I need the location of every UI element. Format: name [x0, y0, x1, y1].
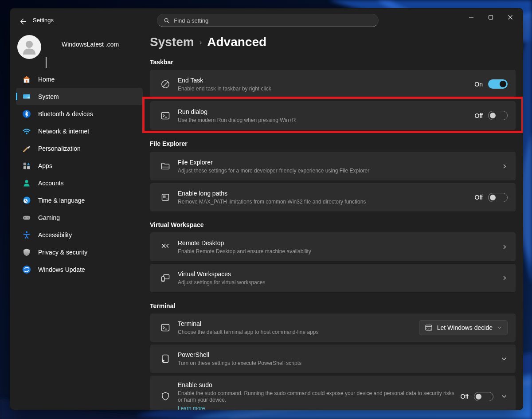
- maximize-icon: [488, 15, 493, 20]
- setting-row-virtual-workspaces[interactable]: Virtual Workspaces Adjust settings for v…: [150, 263, 516, 293]
- text-cursor: [46, 57, 47, 68]
- toggle-state-label: Off: [475, 112, 483, 119]
- command-prompt-icon: C:\: [425, 324, 433, 332]
- section-header-terminal: Terminal: [150, 302, 175, 309]
- chevron-right-icon: [501, 163, 508, 169]
- sidebar-item-privacy-security[interactable]: Privacy & security: [16, 243, 143, 261]
- maximize-button[interactable]: [481, 11, 501, 24]
- run-dialog-icon: [160, 110, 171, 121]
- toggle-state-label: Off: [475, 194, 483, 201]
- sidebar-item-accounts[interactable]: Accounts: [16, 174, 143, 192]
- sidebar-item-label: System: [38, 93, 59, 100]
- apps-icon: [22, 161, 31, 170]
- sidebar-item-gaming[interactable]: Gaming: [16, 209, 143, 226]
- search-icon: [164, 17, 170, 24]
- chevron-down-icon[interactable]: [501, 393, 508, 400]
- chevron-down-icon: [497, 325, 502, 330]
- sidebar-item-home[interactable]: Home: [16, 70, 143, 88]
- accessibility-person-icon: [22, 231, 31, 239]
- end-task-toggle[interactable]: [488, 79, 508, 89]
- paintbrush-icon: [22, 144, 31, 153]
- terminal-default-dropdown[interactable]: C:\ Let Windows decide: [419, 320, 508, 335]
- long-paths-icon: [160, 192, 171, 203]
- back-button[interactable]: [16, 16, 29, 27]
- setting-title: Remote Desktop: [178, 239, 311, 247]
- setting-row-enable-sudo: Enable sudo Enable the sudo command. Run…: [150, 375, 516, 410]
- setting-row-file-explorer[interactable]: File Explorer Adjust these settings for …: [150, 151, 516, 181]
- setting-row-end-task: End Task Enable end task in taskbar by r…: [150, 69, 516, 99]
- learn-more-link[interactable]: Learn more: [178, 405, 461, 410]
- end-task-icon: [160, 79, 171, 90]
- user-name: WindowsLatest .com: [62, 41, 119, 48]
- setting-subtitle: Adjust these settings for a more develop…: [178, 168, 369, 174]
- setting-row-enable-long-paths: Enable long paths Remove MAX_PATH limita…: [150, 183, 516, 212]
- breadcrumb-separator: ›: [200, 38, 202, 47]
- chevron-down-icon[interactable]: [501, 355, 508, 362]
- setting-title: Virtual Workspaces: [178, 270, 265, 278]
- close-button[interactable]: [501, 11, 520, 24]
- avatar[interactable]: [17, 35, 41, 59]
- setting-row-terminal: Terminal Choose the default terminal app…: [150, 313, 516, 342]
- setting-row-run-dialog: Run dialog Use the modern Run dialog whe…: [150, 101, 516, 130]
- sidebar-item-label: Network & internet: [38, 128, 89, 135]
- close-icon: [508, 15, 513, 20]
- powershell-icon: [160, 353, 171, 364]
- setting-subtitle: Enable the sudo command. Running the sud…: [178, 390, 461, 403]
- clock-globe-icon: [22, 196, 31, 205]
- gamepad-icon: [22, 213, 31, 222]
- section-header-file-explorer: File Explorer: [150, 140, 188, 147]
- setting-subtitle: Remove MAX_PATH limitations from common …: [178, 199, 366, 205]
- setting-subtitle: Choose the default terminal app to host …: [178, 329, 319, 336]
- long-paths-toggle[interactable]: [488, 193, 508, 202]
- sidebar-item-system[interactable]: System: [16, 88, 143, 105]
- sidebar-item-label: Bluetooth & devices: [38, 110, 93, 117]
- search-input[interactable]: [174, 17, 372, 24]
- setting-row-remote-desktop[interactable]: Remote Desktop Enable Remote Desktop and…: [150, 232, 516, 262]
- search-box: [157, 14, 379, 27]
- remote-desktop-icon: [160, 242, 171, 252]
- window-controls: [462, 11, 520, 24]
- sidebar: Home System Bluetooth & devices: [16, 70, 143, 278]
- sidebar-item-windows-update[interactable]: Windows Update: [16, 261, 143, 278]
- sidebar-item-label: Accessibility: [38, 231, 72, 239]
- sidebar-item-label: Time & language: [38, 197, 85, 204]
- chevron-right-icon: [501, 275, 508, 281]
- sidebar-item-label: Gaming: [38, 214, 60, 221]
- sidebar-item-label: Accounts: [38, 180, 64, 187]
- virtual-workspaces-icon: [160, 273, 171, 283]
- sidebar-item-bluetooth-devices[interactable]: Bluetooth & devices: [16, 105, 143, 122]
- enable-sudo-toggle[interactable]: [474, 392, 493, 401]
- sidebar-item-label: Windows Update: [38, 266, 85, 273]
- setting-title: Enable sudo: [178, 381, 461, 389]
- wifi-icon: [22, 127, 31, 136]
- sidebar-item-label: Home: [38, 76, 55, 83]
- sidebar-item-time-language[interactable]: Time & language: [16, 192, 143, 209]
- sidebar-item-label: Personalization: [38, 145, 81, 152]
- terminal-icon: [160, 322, 171, 333]
- run-dialog-toggle[interactable]: [488, 111, 508, 120]
- dropdown-value: Let Windows decide: [437, 324, 493, 331]
- sidebar-item-apps[interactable]: Apps: [16, 157, 143, 174]
- setting-subtitle: Enable end task in taskbar by right clic…: [178, 86, 271, 92]
- minimize-button[interactable]: [462, 11, 481, 24]
- section-header-virtual-workspace: Virtual Workspace: [150, 221, 204, 228]
- sidebar-item-network-internet[interactable]: Network & internet: [16, 122, 143, 140]
- section-header-taskbar: Taskbar: [150, 59, 173, 66]
- person-icon: [22, 179, 31, 188]
- setting-title: Enable long paths: [178, 189, 366, 197]
- setting-row-powershell[interactable]: PowerShell Turn on these settings to exe…: [150, 344, 516, 373]
- bluetooth-icon: [22, 110, 31, 118]
- sidebar-item-label: Apps: [38, 162, 52, 169]
- system-icon: [22, 92, 31, 101]
- setting-title: Run dialog: [178, 108, 296, 116]
- folder-icon: [160, 161, 171, 172]
- setting-title: End Task: [178, 76, 271, 84]
- sidebar-item-accessibility[interactable]: Accessibility: [16, 226, 143, 243]
- setting-subtitle: Enable Remote Desktop and ensure machine…: [178, 248, 311, 255]
- back-arrow-icon: [19, 18, 27, 25]
- sidebar-item-label: Privacy & security: [38, 249, 87, 256]
- svg-text:C:\: C:\: [426, 327, 431, 330]
- sidebar-item-personalization[interactable]: Personalization: [16, 140, 143, 157]
- breadcrumb-parent[interactable]: System: [150, 35, 194, 49]
- update-icon: [22, 265, 31, 274]
